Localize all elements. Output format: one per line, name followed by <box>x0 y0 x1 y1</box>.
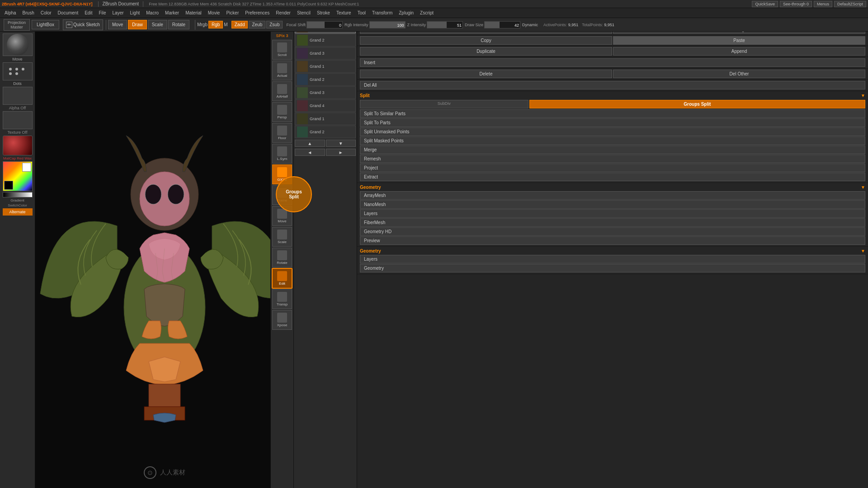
split-masked-btn[interactable]: Split Masked Points <box>360 136 865 145</box>
see-through-btn[interactable]: See-through 0 <box>780 1 812 7</box>
menu-color[interactable]: Color <box>38 10 54 16</box>
merge-btn[interactable]: Merge <box>360 145 865 154</box>
draw-mode-btn[interactable]: Draw <box>128 20 146 29</box>
draw-size-slider[interactable]: 42 <box>484 21 520 28</box>
persp-btn[interactable]: Persp <box>272 102 292 122</box>
nav-right-btn[interactable]: ► <box>326 149 356 156</box>
subtool-item-1[interactable]: Grand 2 <box>295 34 356 47</box>
focal-shift-slider[interactable]: 0 <box>307 21 343 28</box>
stroke-dots-btn[interactable] <box>3 62 33 80</box>
nano-mesh-btn[interactable]: NanoMesh <box>360 200 865 209</box>
del-all-btn[interactable]: Del All <box>360 81 865 89</box>
menu-stroke[interactable]: Stroke <box>314 10 333 16</box>
alternate-btn[interactable]: Alternate <box>3 208 33 216</box>
nav-left-btn[interactable]: ◄ <box>295 149 325 156</box>
geometry-hd-btn[interactable]: Geometry HD <box>360 227 865 236</box>
nav-down-btn[interactable]: ▼ <box>326 140 356 147</box>
subtool-item-3[interactable]: Grand 1 <box>295 60 356 73</box>
rgb-btn[interactable]: Rgb <box>208 21 223 28</box>
subtool-item-4[interactable]: Grand 2 <box>295 73 356 86</box>
edit-btn[interactable]: Edit <box>272 268 292 288</box>
groups-split-overlay-btn[interactable]: GroupsSplit <box>276 176 312 212</box>
move-mode-btn[interactable]: Move <box>108 20 127 29</box>
z-intensity-slider[interactable]: 51 <box>427 21 463 28</box>
insert-btn[interactable]: Insert <box>360 58 865 67</box>
menu-file[interactable]: File <box>96 10 108 16</box>
quick-save-btn[interactable]: QuickSave <box>752 1 778 7</box>
brush-preview-btn[interactable] <box>3 33 33 56</box>
menu-render[interactable]: Render <box>273 10 293 16</box>
xpose-btn[interactable]: Xpose <box>272 310 292 330</box>
zadd-btn[interactable]: Zadd <box>231 21 248 28</box>
menu-preferences[interactable]: Preferences <box>242 10 272 16</box>
material-btn[interactable] <box>3 136 33 155</box>
menu-texture[interactable]: Texture <box>334 10 354 16</box>
foreground-color[interactable] <box>22 163 31 172</box>
canvas-area[interactable]: ⊙ 人人素材 <box>35 32 294 488</box>
color-swatch-btn[interactable] <box>3 161 33 191</box>
fiber-mesh-btn[interactable]: FiberMesh <box>360 218 865 227</box>
del-other-btn[interactable]: Del Other <box>613 70 865 78</box>
layers-btn[interactable]: Layers <box>360 209 865 218</box>
menu-zplugin[interactable]: Zplugin <box>396 10 416 16</box>
default-zscript-btn[interactable]: DefaultZScript <box>834 1 866 7</box>
menu-edit[interactable]: Edit <box>82 10 95 16</box>
menu-material[interactable]: Material <box>183 10 204 16</box>
scroll-btn[interactable]: Scroll <box>272 40 292 60</box>
rotate-view-btn[interactable]: Rotate <box>272 248 292 267</box>
split-unmasked-btn[interactable]: Split Unmasked Points <box>360 127 865 136</box>
split-similar-parts-btn[interactable]: Split To Similar Parts <box>360 109 865 118</box>
rotate-mode-btn[interactable]: Rotate <box>168 20 189 29</box>
menu-zscript[interactable]: Zscript <box>417 10 436 16</box>
menu-marker[interactable]: Marker <box>162 10 182 16</box>
append-btn[interactable]: Append <box>613 47 865 56</box>
subtool-item-8[interactable]: Grand 2 <box>295 126 356 138</box>
background-color[interactable] <box>4 181 13 190</box>
groups-split-btn[interactable]: Groups Split <box>529 100 865 108</box>
texture-btn[interactable] <box>3 111 33 129</box>
aahalf-btn[interactable]: AAHalf <box>272 81 292 101</box>
menu-stencil[interactable]: Stencil <box>294 10 313 16</box>
duplicate-btn[interactable]: Duplicate <box>360 47 612 56</box>
lightbox-btn[interactable]: LightBox <box>32 20 59 29</box>
sec-layers-btn[interactable]: Layers <box>360 255 865 263</box>
rgb-intensity-slider[interactable]: 100 <box>369 21 406 28</box>
projection-master-btn[interactable]: Projection Master <box>4 19 30 31</box>
subtool-item-6[interactable]: Grand 4 <box>295 99 356 112</box>
zsub-btn[interactable]: Zsub <box>266 21 283 28</box>
menu-movie[interactable]: Movie <box>205 10 223 16</box>
menu-zbrush-document[interactable]: ZBrush Document <box>100 1 142 7</box>
menu-alpha[interactable]: Alpha <box>2 10 19 16</box>
switch-color-btn[interactable]: SwitchColor <box>8 203 27 207</box>
floor-btn[interactable]: Floor <box>272 123 292 143</box>
menu-document[interactable]: Document <box>55 10 81 16</box>
menu-light[interactable]: Light <box>127 10 143 16</box>
delete-btn[interactable]: Delete <box>360 70 612 78</box>
array-mesh-btn[interactable]: ArrayMesh <box>360 191 865 200</box>
scale-mode-btn[interactable]: Scale <box>148 20 167 29</box>
transp-btn[interactable]: Transp <box>272 289 292 309</box>
preview-btn[interactable]: Preview <box>360 236 865 245</box>
subtool-item-7[interactable]: Grand 1 <box>295 113 356 125</box>
menu-tool[interactable]: Tool <box>355 10 368 16</box>
menus-btn[interactable]: Menus <box>814 1 832 7</box>
extract-btn[interactable]: Extract <box>360 173 865 181</box>
menu-layer[interactable]: Layer <box>110 10 127 16</box>
menu-macro[interactable]: Macro <box>143 10 161 16</box>
split-to-parts-btn[interactable]: Split To Parts <box>360 118 865 127</box>
lsym-btn[interactable]: L.Sym <box>272 144 292 164</box>
subtool-item-2[interactable]: Grand 3 <box>295 47 356 60</box>
subdiv-btn[interactable]: SubDiv <box>360 100 528 108</box>
menu-picker[interactable]: Picker <box>223 10 241 16</box>
actual-btn[interactable]: Actual <box>272 61 292 80</box>
subtool-item-5[interactable]: Grand 3 <box>295 86 356 99</box>
project-btn[interactable]: Project <box>360 164 865 172</box>
remesh-btn[interactable]: Remesh <box>360 155 865 163</box>
sec-geometry-btn[interactable]: Geometry <box>360 264 865 272</box>
nav-up-btn[interactable]: ▲ <box>295 140 325 147</box>
alpha-btn[interactable] <box>3 87 33 105</box>
quick-sketch-btn[interactable]: ✏ Quick Sketch <box>63 19 103 30</box>
paste-btn[interactable]: Paste <box>613 36 865 45</box>
gradient-bar[interactable] <box>3 192 33 197</box>
copy-btn[interactable]: Copy <box>360 36 612 45</box>
